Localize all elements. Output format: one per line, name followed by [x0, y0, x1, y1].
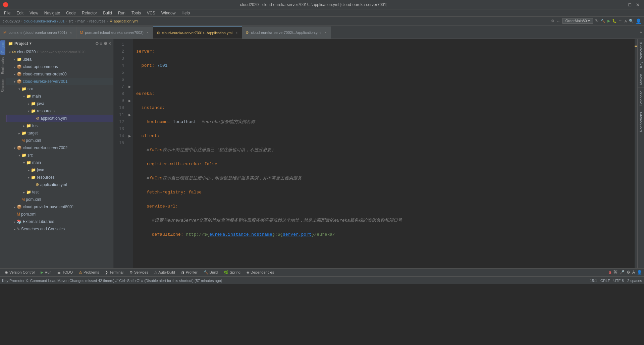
tree-node-test-7001[interactable]: ▸ 📁 test [6, 122, 113, 129]
person-icon[interactable]: 👤 [637, 270, 642, 275]
project-locate-icon[interactable]: ⊙ [95, 41, 99, 46]
tab-app-7001[interactable]: ⚙ cloud-eureka-server7001\...\applicatio… [153, 26, 242, 39]
tree-node-java-7001[interactable]: ▸ 📁 java [6, 100, 113, 107]
tab-pom-7001[interactable]: M pom.xml (cloud-eureka-server7001) × [0, 26, 76, 39]
cursor-position[interactable]: 15:1 [590, 279, 597, 283]
bookmarks-toggle[interactable]: Bookmarks [0, 55, 5, 76]
menu-window[interactable]: Window [159, 10, 178, 16]
menu-build[interactable]: Build [100, 10, 115, 16]
project-settings-icon[interactable]: ⚙ [104, 41, 107, 46]
database-panel-toggle[interactable]: Database [638, 88, 644, 109]
tab-overflow-btn[interactable]: » [638, 30, 644, 35]
tree-node-eureka-7002[interactable]: ▾ 📦 cloud-eureka-server7002 [6, 144, 113, 152]
tree-node-scratches[interactable]: ▸ ✎ Scratches and Consoles [6, 225, 113, 233]
tab-app-7001-close[interactable]: × [234, 31, 238, 35]
tree-node-pom-root[interactable]: M pom.xml [6, 211, 113, 218]
maximize-button[interactable]: □ [627, 2, 633, 7]
bc-debug-icon[interactable]: 🐛 [612, 19, 617, 23]
tree-node-src-7002[interactable]: ▾ 📁 src [6, 152, 113, 159]
problems-btn[interactable]: ⚠ Problems [76, 270, 102, 275]
notifications-panel-toggle[interactable]: Notifications [638, 109, 644, 135]
translate-icon[interactable]: A [632, 270, 635, 275]
tree-node-api-commons[interactable]: ▸ 📦 cloud-api-commons [6, 63, 113, 70]
bc-build-icon[interactable]: 🔨 [601, 19, 605, 23]
editor-scroll-indicator[interactable] [635, 39, 637, 268]
breadcrumb-main[interactable]: main [77, 19, 86, 23]
services-btn[interactable]: ⚙ Services [127, 270, 151, 275]
menu-vcs[interactable]: VCS [144, 10, 158, 16]
tree-node-pom-7001[interactable]: M pom.xml [6, 137, 113, 144]
menu-run[interactable]: Run [115, 10, 128, 16]
tree-node-external-libs[interactable]: ▸ 📚 External Libraries [6, 218, 113, 225]
project-collapse-icon[interactable]: ≡ [100, 41, 102, 46]
tree-node-test-7002[interactable]: ▸ 📁 test [6, 188, 113, 196]
profiler-btn[interactable]: ◑ Profiler [178, 270, 200, 275]
bc-search-icon[interactable]: 🔍 [629, 19, 634, 23]
terminal-btn[interactable]: ❯ Terminal [102, 270, 126, 275]
breadcrumb-file[interactable]: ⚙ application.yml [109, 19, 138, 23]
bc-refresh-icon[interactable]: ↻ [595, 18, 599, 23]
menu-help[interactable]: Help [179, 10, 193, 16]
tab-app-7002-close[interactable]: × [323, 31, 327, 35]
gear-icon[interactable]: ⚙ [627, 270, 630, 275]
tree-node-pom-7002[interactable]: M pom.xml [6, 196, 113, 203]
tree-node-idea[interactable]: ▸ 📁 .idea [6, 56, 113, 63]
dependencies-btn[interactable]: ◈ Dependencies [244, 270, 277, 275]
tree-node-consumer-order80[interactable]: ▸ 📦 cloud-consumer-order80 [6, 70, 113, 78]
audio-icon[interactable]: 🎤 [620, 270, 625, 275]
project-toggle[interactable]: Project [0, 40, 5, 55]
tree-node-cloud2020[interactable]: ▾ 🗂 cloud2020 E:\idea-workspace\cloud202… [6, 48, 113, 56]
version-control-btn[interactable]: ◉ Version Control [2, 270, 37, 275]
tree-node-target-7001[interactable]: ▸ 📁 target [6, 129, 113, 137]
project-hide-icon[interactable]: × [109, 41, 111, 46]
key-promoter-panel-toggle[interactable]: Key Promoter X [638, 39, 644, 71]
lang-indicator[interactable]: 英 [613, 270, 618, 275]
menu-edit[interactable]: Edit [14, 10, 26, 16]
maven-panel-toggle[interactable]: Maven [638, 71, 644, 88]
close-button[interactable]: ✕ [635, 2, 641, 7]
encoding[interactable]: UTF-8 [613, 279, 624, 283]
auto-build-btn[interactable]: △ Auto-build [152, 270, 178, 275]
menu-file[interactable]: File [1, 10, 13, 16]
line-separator[interactable]: CRLF [600, 279, 610, 283]
code-editor[interactable]: server: port: 7001 eureka: instance: hos… [133, 39, 635, 268]
tree-node-java-7002[interactable]: ▸ 📁 java [6, 166, 113, 174]
bc-config-dropdown[interactable]: OrderMain80 ▾ [562, 18, 593, 24]
menu-navigate[interactable]: Navigate [42, 10, 63, 16]
tab-pom-7002-close[interactable]: × [146, 31, 150, 35]
tree-node-resources-7001[interactable]: ▾ 📁 resources [6, 107, 113, 115]
breadcrumb-resources[interactable]: resources [89, 19, 105, 23]
breadcrumb-src[interactable]: src [68, 19, 73, 23]
menu-view[interactable]: View [27, 10, 41, 16]
breadcrumb-module[interactable]: cloud-eureka-server7001 [23, 19, 64, 23]
bc-back-icon[interactable]: ← [556, 19, 560, 23]
bc-settings-icon[interactable]: ⚙ [551, 19, 554, 23]
run-btn[interactable]: ▶ Run [38, 270, 54, 275]
spring-btn[interactable]: 🌿 Spring [221, 270, 243, 275]
tab-pom-7002[interactable]: M pom.xml (cloud-eureka-server7002) × [76, 26, 153, 39]
tree-node-src-7001[interactable]: ▾ 📁 src [6, 85, 113, 93]
menu-tools[interactable]: Tools [129, 10, 144, 16]
tree-node-main-7001[interactable]: ▾ 📁 main [6, 93, 113, 100]
tab-pom-7001-close[interactable]: × [69, 31, 73, 35]
build-btn[interactable]: 🔨 Build [201, 270, 220, 275]
tree-node-application-7002[interactable]: ⚙ application.yml [6, 181, 113, 188]
tree-node-main-7002[interactable]: ▾ 📁 main [6, 159, 113, 166]
bc-more-icon[interactable]: ⋯ [619, 19, 623, 23]
tree-node-eureka-7001[interactable]: ▾ 📦 cloud-eureka-server7001 [6, 78, 113, 85]
tree-node-application-7001[interactable]: ⚙ application.yml [6, 115, 113, 122]
editor-content[interactable]: 1 2 3 4 5 6 7 8 9 10 11 12 13 14 15 [113, 39, 637, 268]
tab-app-7002[interactable]: ⚙ cloud-eureka-server7002\...\applicatio… [242, 26, 331, 39]
todo-btn[interactable]: ☰ TODO [55, 270, 75, 275]
breadcrumb-root[interactable]: cloud2020 [3, 19, 20, 23]
bc-translate-icon[interactable]: A [625, 19, 627, 23]
minimize-button[interactable]: ─ [619, 2, 625, 7]
tree-node-resources-7002[interactable]: ▾ 📁 resources [6, 174, 113, 181]
tree-node-payment8001[interactable]: ▸ 📦 cloud-provider-payment8001 [6, 203, 113, 211]
structure-toggle[interactable]: Structure [0, 77, 5, 95]
project-dropdown-icon[interactable]: ▾ [30, 41, 32, 46]
bc-user-icon[interactable]: 👤 [636, 18, 641, 24]
indent-info[interactable]: 2 spaces [627, 279, 642, 283]
menu-code[interactable]: Code [63, 10, 78, 16]
bc-run-icon[interactable]: ▶ [607, 19, 610, 23]
